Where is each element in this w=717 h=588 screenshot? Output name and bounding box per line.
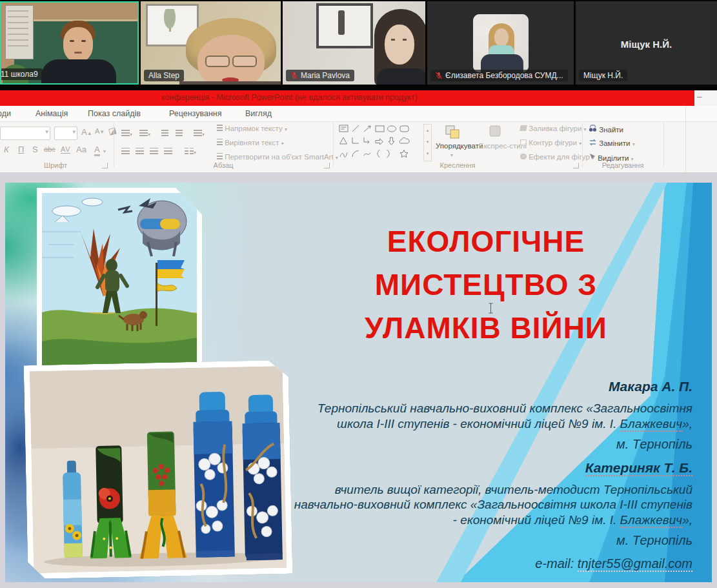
convert-smartart-button[interactable]: Перетворити на об'єкт SmartArt ▾	[217, 153, 338, 161]
drawing-dialog-launcher[interactable]	[573, 163, 579, 168]
line-spacing-icon[interactable]: ▾	[194, 127, 205, 139]
participant-label: Maria Pavlova	[286, 70, 354, 81]
participant-display-name: Міщук Н.Й.	[576, 39, 717, 50]
font-size-combobox[interactable]	[54, 127, 77, 140]
video-strip: 11 школа9 Alla Step	[0, 0, 717, 90]
window-title: конференція - Microsoft PowerPoint (не в…	[161, 93, 418, 102]
authors-block[interactable]: Макара А. П. Тернопільський навчально-ви…	[289, 378, 692, 571]
ribbon-tabs: оди Анімація Показ слайдів Рецензування …	[0, 106, 717, 122]
slide-editing-area: ЕКОЛОГІЧНЕ МИСТЕЦТВО З УЛАМКІВ ВІЙНИ Мак…	[0, 173, 717, 588]
meeting-screen: 11 школа9 Alla Step	[0, 0, 717, 588]
paragraph-dialog-launcher[interactable]	[324, 163, 330, 168]
font-name-combobox[interactable]	[0, 127, 50, 140]
person-body	[41, 59, 116, 85]
minimize-button[interactable]: –	[694, 90, 717, 106]
stacked-squares-icon	[444, 124, 461, 139]
participant-tile-4[interactable]: Єлизавета Безбородова СУМД...	[427, 1, 574, 85]
shape-outline-icon	[520, 139, 527, 145]
align-text-button[interactable]: Вирівняти текст ▾	[217, 139, 284, 147]
author1-city: м. Тернопіль	[289, 437, 692, 452]
spellcheck-word: Блажкевич	[620, 513, 683, 528]
author2-city: м. Тернопіль	[289, 533, 692, 549]
participant-tile-1[interactable]: 11 школа9	[0, 1, 139, 85]
decrease-indent-icon[interactable]	[161, 127, 168, 139]
war-drawing-picture[interactable]	[37, 188, 202, 378]
italic-button[interactable]: К	[4, 145, 9, 154]
columns-icon[interactable]: ▾	[185, 145, 196, 157]
tab-view[interactable]: Вигляд	[245, 109, 272, 118]
author1-name: Макара А. П.	[289, 378, 692, 395]
tab-review[interactable]: Рецензування	[169, 109, 221, 118]
email-line: e-mail: tnjter55@gmail.com	[289, 556, 692, 572]
change-case-button[interactable]: Aa	[76, 145, 86, 154]
group-label-paragraph: Абзац	[115, 161, 332, 169]
framed-picture	[316, 3, 373, 48]
shapes-gallery[interactable]	[338, 123, 421, 161]
swap-arrows-icon	[589, 139, 597, 146]
select-button[interactable]: Виділити ▾	[589, 153, 634, 162]
tab-animation[interactable]: Анімація	[35, 109, 68, 118]
participant-tile-5[interactable]: Міщук Н.Й. Міщук Н.Й.	[576, 1, 717, 85]
text-direction-button[interactable]: Напрямок тексту ▾	[217, 125, 287, 132]
slide-title[interactable]: ЕКОЛОГІЧНЕ МИСТЕЦТВО З УЛАМКІВ ВІЙНИ	[292, 220, 680, 350]
binoculars-icon	[589, 125, 597, 132]
quick-styles-button[interactable]: Експрес-стилі	[479, 142, 527, 150]
justify-icon[interactable]	[164, 145, 172, 157]
clear-formatting-icon[interactable]: ◪	[107, 125, 117, 137]
person-face	[385, 25, 414, 65]
participant-tile-2[interactable]: Alla Step	[141, 1, 281, 85]
abstract-art	[338, 10, 345, 35]
shape-outline-button[interactable]: Контур фігури ▾	[520, 139, 581, 147]
glasses	[232, 56, 257, 67]
avatar-face	[494, 28, 509, 46]
shrink-font-button[interactable]: А▼	[95, 127, 105, 135]
slide-title-line: УЛАМКІВ ВІЙНИ	[292, 307, 680, 350]
shape-fill-icon	[520, 125, 527, 131]
find-button[interactable]: Знайти	[589, 125, 623, 134]
strikethrough-button[interactable]: abc	[44, 145, 56, 153]
shapes-scrollbar[interactable]: ▴▾▾	[423, 124, 432, 161]
participant-label: Міщук Н.Й.	[579, 70, 627, 81]
author2-role: вчитель вищої категорії, вчитель-методис…	[289, 482, 692, 528]
slide-title-line: МИСТЕЦТВО З	[292, 263, 680, 307]
minimize-icon: –	[697, 92, 702, 101]
slide[interactable]: ЕКОЛОГІЧНЕ МИСТЕЦТВО З УЛАМКІВ ВІЙНИ Мак…	[5, 183, 712, 582]
avatar	[473, 14, 529, 72]
shadow-button[interactable]: S	[32, 145, 38, 154]
window-titlebar[interactable]: конференція - Microsoft PowerPoint (не в…	[0, 90, 694, 106]
painted-shells-photo[interactable]	[24, 360, 293, 580]
bullets-icon[interactable]: ▾	[121, 127, 132, 139]
cursor-icon	[589, 153, 596, 161]
shape-effects-button[interactable]: Ефекти для фігур ▾	[520, 153, 594, 161]
email-link[interactable]: tnjter55@gmail.com	[578, 556, 692, 572]
align-right-icon[interactable]	[150, 145, 158, 157]
mic-muted-icon	[290, 72, 298, 79]
glasses	[205, 56, 230, 67]
font-color-button[interactable]: А	[94, 145, 100, 156]
replace-button[interactable]: Замінити ▾	[589, 139, 635, 147]
align-left-icon[interactable]	[121, 145, 130, 157]
numbering-icon[interactable]: ▾	[139, 127, 150, 139]
align-center-icon[interactable]	[136, 145, 144, 157]
shape-fill-button[interactable]: Заливка фігури ▾	[520, 125, 587, 132]
person-body	[377, 68, 425, 85]
participant-tile-3[interactable]: Maria Pavlova	[283, 1, 425, 85]
group-label-font: Шрифт	[0, 161, 111, 169]
person-face	[63, 27, 93, 62]
underline-button[interactable]: П	[18, 145, 24, 154]
war-drawing	[42, 193, 197, 372]
character-spacing-button[interactable]: АV	[61, 145, 70, 154]
arrange-button[interactable]: Упорядкувати	[436, 142, 483, 150]
font-dialog-launcher[interactable]	[102, 163, 108, 168]
tab-slideshow[interactable]: Показ слайдів	[88, 109, 141, 118]
ribbon: оди Анімація Показ слайдів Рецензування …	[0, 106, 717, 173]
slide-title-line: ЕКОЛОГІЧНЕ	[292, 220, 680, 263]
person-body	[179, 81, 281, 85]
grow-font-button[interactable]: А▲	[81, 127, 92, 137]
tab-transitions[interactable]: оди	[0, 109, 11, 118]
shape-effects-icon	[520, 154, 527, 159]
participant-label: 11 школа9	[0, 68, 43, 80]
author2-name: Катериняк Т. Б.	[289, 460, 692, 476]
increase-indent-icon[interactable]	[176, 127, 183, 139]
participant-label: Alla Step	[144, 70, 184, 81]
